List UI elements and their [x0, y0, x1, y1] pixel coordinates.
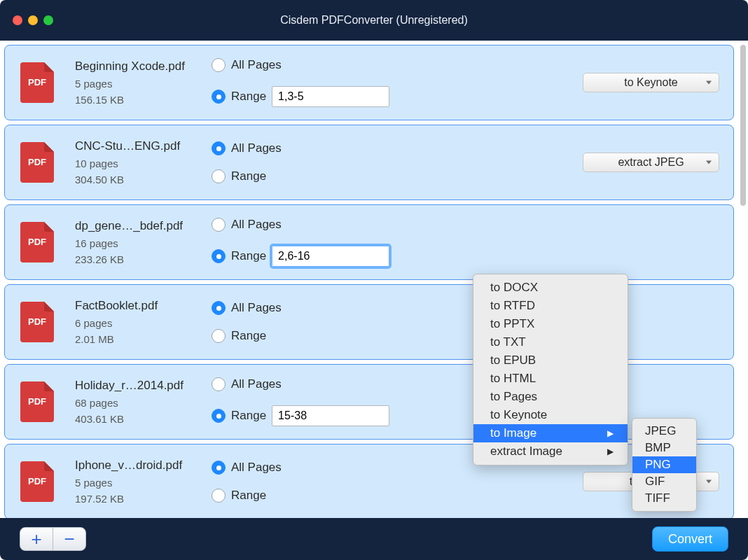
image-format-submenu[interactable]: JPEGBMPPNGGIFTIFF: [632, 418, 697, 512]
file-info: Beginning Xcode.pdf 5 pages 156.15 KB: [75, 59, 212, 106]
file-name: FactBooklet.pdf: [75, 299, 212, 313]
image-format-item[interactable]: PNG: [632, 456, 696, 473]
radio-icon[interactable]: [212, 409, 226, 423]
image-format-item[interactable]: BMP: [632, 440, 696, 456]
radio-icon[interactable]: [212, 218, 226, 232]
file-name: dp_gene…_bdef.pdf: [75, 219, 212, 233]
radio-icon[interactable]: [212, 141, 226, 155]
minimize-window-button[interactable]: [28, 15, 38, 25]
format-menu-item[interactable]: to Keynote: [473, 406, 628, 424]
radio-icon[interactable]: [212, 461, 226, 475]
page-selection: All Pages Range: [212, 377, 389, 426]
file-row[interactable]: PDF dp_gene…_bdef.pdf 16 pages 233.26 KB…: [4, 204, 734, 280]
page-selection: All Pages Range: [212, 461, 282, 503]
scrollbar[interactable]: [738, 41, 748, 518]
format-menu-item[interactable]: to Pages: [473, 388, 628, 406]
page-selection: All Pages Range: [212, 218, 389, 267]
pdf-file-icon: PDF: [20, 222, 54, 262]
radio-icon[interactable]: [212, 249, 226, 263]
file-size: 197.52 KB: [75, 493, 212, 505]
file-name: CNC-Stu…ENG.pdf: [75, 139, 212, 153]
radio-icon[interactable]: [212, 169, 226, 183]
format-menu-item[interactable]: to Image▶: [473, 424, 628, 442]
format-menu-item[interactable]: to TXT: [473, 333, 628, 351]
window-controls: [13, 15, 53, 25]
file-info: CNC-Stu…ENG.pdf 10 pages 304.50 KB: [75, 139, 212, 186]
range-label: Range: [231, 329, 266, 343]
range-label: Range: [231, 249, 266, 263]
radio-icon[interactable]: [212, 329, 226, 343]
svg-text:PDF: PDF: [28, 396, 46, 407]
zoom-window-button[interactable]: [43, 15, 53, 25]
radio-icon[interactable]: [212, 58, 226, 72]
all-pages-option[interactable]: All Pages: [212, 301, 282, 315]
submenu-arrow-icon: ▶: [607, 428, 614, 438]
page-count: 5 pages: [75, 477, 212, 489]
radio-icon[interactable]: [212, 90, 226, 104]
scroll-thumb[interactable]: [740, 45, 746, 206]
page-count: 6 pages: [75, 317, 212, 329]
all-pages-option[interactable]: All Pages: [212, 218, 389, 232]
radio-icon[interactable]: [212, 301, 226, 315]
page-count: 16 pages: [75, 237, 212, 249]
format-dropdown-menu[interactable]: to DOCXto RTFDto PPTXto TXTto EPUBto HTM…: [473, 274, 628, 465]
format-menu-item[interactable]: to EPUB: [473, 351, 628, 370]
page-selection: All Pages Range: [212, 141, 282, 183]
file-size: 233.26 KB: [75, 253, 212, 265]
file-size: 156.15 KB: [75, 94, 212, 106]
range-option[interactable]: Range: [212, 169, 282, 183]
format-dropdown[interactable]: extract JPEG: [583, 153, 719, 172]
all-pages-option[interactable]: All Pages: [212, 58, 389, 72]
all-pages-option[interactable]: All Pages: [212, 461, 282, 475]
format-menu-item[interactable]: to HTML: [473, 370, 628, 388]
remove-file-button[interactable]: −: [53, 528, 85, 550]
format-menu-item[interactable]: extract Image▶: [473, 442, 628, 461]
image-format-item[interactable]: JPEG: [632, 423, 696, 440]
close-window-button[interactable]: [13, 15, 22, 25]
range-option[interactable]: Range: [212, 329, 282, 343]
all-pages-option[interactable]: All Pages: [212, 377, 389, 391]
image-format-item[interactable]: GIF: [632, 473, 696, 490]
range-label: Range: [231, 90, 266, 104]
all-pages-option[interactable]: All Pages: [212, 141, 282, 155]
file-info: dp_gene…_bdef.pdf 16 pages 233.26 KB: [75, 219, 212, 265]
format-dropdown[interactable]: to Keynote: [583, 73, 719, 92]
range-option[interactable]: Range: [212, 489, 282, 503]
file-row[interactable]: PDF CNC-Stu…ENG.pdf 10 pages 304.50 KB A…: [4, 125, 734, 200]
file-info: FactBooklet.pdf 6 pages 2.01 MB: [75, 299, 212, 345]
range-input[interactable]: [272, 405, 389, 426]
add-file-button[interactable]: +: [20, 528, 53, 550]
file-size: 403.61 KB: [75, 413, 212, 425]
radio-icon[interactable]: [212, 489, 226, 503]
range-option[interactable]: Range: [212, 246, 389, 267]
convert-button[interactable]: Convert: [652, 526, 728, 552]
all-pages-label: All Pages: [231, 461, 282, 475]
pdf-file-icon: PDF: [20, 302, 54, 342]
pdf-file-icon: PDF: [20, 142, 54, 183]
pdf-file-icon: PDF: [20, 62, 54, 103]
page-selection: All Pages Range: [212, 58, 389, 107]
all-pages-label: All Pages: [231, 141, 282, 155]
image-format-item[interactable]: TIFF: [632, 490, 696, 507]
content-area: PDF Beginning Xcode.pdf 5 pages 156.15 K…: [0, 41, 748, 518]
range-input[interactable]: [272, 246, 389, 267]
footer-toolbar: + − Convert: [0, 518, 748, 560]
all-pages-label: All Pages: [231, 377, 282, 391]
svg-text:PDF: PDF: [28, 237, 46, 247]
format-menu-item[interactable]: to PPTX: [473, 315, 628, 333]
file-info: Iphone_v…droid.pdf 5 pages 197.52 KB: [75, 458, 212, 505]
format-menu-item[interactable]: to DOCX: [473, 279, 628, 297]
format-menu-item[interactable]: to RTFD: [473, 297, 628, 315]
window-title: Cisdem PDFConverter (Unregistered): [280, 14, 468, 27]
pdf-file-icon: PDF: [20, 382, 54, 422]
page-count: 68 pages: [75, 397, 212, 409]
radio-icon[interactable]: [212, 377, 226, 391]
file-row[interactable]: PDF Beginning Xcode.pdf 5 pages 156.15 K…: [4, 45, 734, 120]
file-size: 304.50 KB: [75, 174, 212, 186]
range-option[interactable]: Range: [212, 405, 389, 426]
range-label: Range: [231, 409, 266, 423]
range-input[interactable]: [272, 86, 389, 107]
svg-text:PDF: PDF: [28, 77, 46, 88]
svg-text:PDF: PDF: [28, 316, 46, 327]
range-option[interactable]: Range: [212, 86, 389, 107]
